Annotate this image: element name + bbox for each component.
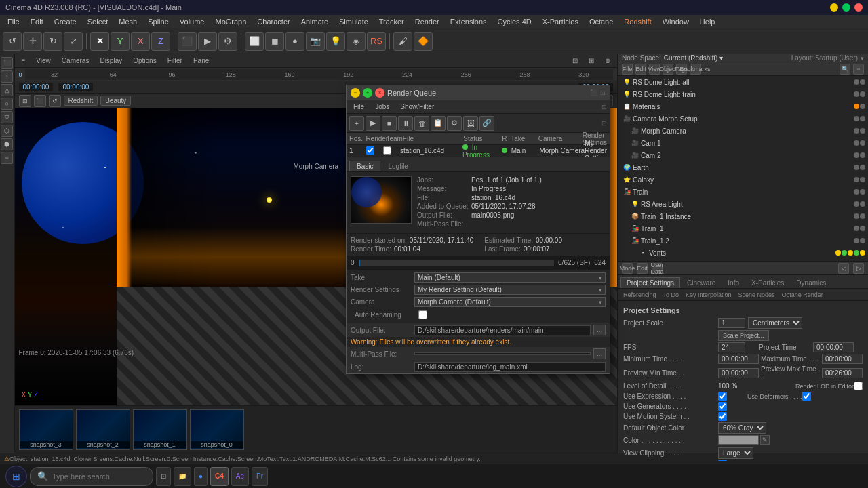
toolbar-btn-1[interactable]: ↺: [3, 32, 22, 51]
proj-tab-xparticles[interactable]: X-Particles: [746, 278, 789, 288]
obj-row-morph-camera[interactable]: 🎥 Morph Camera: [618, 125, 868, 137]
menu-xparticles[interactable]: X-Particles: [538, 16, 583, 27]
rq-multipass-browse[interactable]: …: [593, 348, 606, 359]
toolbar-z-move[interactable]: Z: [151, 32, 170, 51]
use-deformers-checkbox[interactable]: [802, 392, 811, 401]
windows-start-btn[interactable]: ⊞: [5, 466, 27, 487]
toolbar-select[interactable]: ✕: [90, 32, 109, 51]
min-time-input[interactable]: [718, 354, 759, 364]
proj-tab-cineware[interactable]: Cineware: [682, 278, 721, 288]
obj-row-cam1[interactable]: 🎥 Cam 1: [618, 137, 868, 149]
scale-project-button[interactable]: Scale Project...: [718, 330, 769, 341]
rq-team-check[interactable]: [383, 146, 391, 155]
project-scale-input[interactable]: [718, 318, 745, 328]
toolbar-scale[interactable]: ⤢: [64, 32, 83, 51]
obj-row-vents[interactable]: ▪ Vents: [618, 247, 868, 259]
rq-tb-pause[interactable]: ⏸: [398, 116, 413, 131]
menu-create[interactable]: Create: [50, 16, 81, 27]
rq-close-btn[interactable]: ×: [375, 88, 384, 98]
proj-mode-tab[interactable]: Mode: [622, 263, 633, 274]
toolbar-camera[interactable]: 📷: [306, 32, 325, 51]
toolbar-null[interactable]: ⬜: [245, 32, 264, 51]
toolbar-eff[interactable]: ◈: [347, 32, 366, 51]
proj-subtab-octane[interactable]: Octane Render: [779, 291, 826, 299]
toolbar-move[interactable]: ✛: [23, 32, 42, 51]
use-generators-checkbox[interactable]: [718, 402, 727, 411]
obj-row-earth[interactable]: 🌍 Earth: [618, 161, 868, 174]
menu-spline[interactable]: Spline: [143, 16, 174, 27]
toolbar-undo[interactable]: ⬛: [178, 32, 197, 51]
layout-dropdown[interactable]: ▾: [861, 55, 864, 62]
taskbar-ae[interactable]: Ae: [231, 467, 249, 486]
menu-mesh[interactable]: Mesh: [114, 16, 142, 27]
sec-icon-3[interactable]: ↺: [49, 95, 61, 107]
menu-animate[interactable]: Animate: [296, 16, 333, 27]
color-swatch[interactable]: [718, 435, 759, 445]
toolbar-paint[interactable]: 🖌: [393, 32, 412, 51]
obj-row-materials[interactable]: 📋 Materials: [618, 100, 868, 113]
obj-object-btn[interactable]: Object: [663, 64, 673, 75]
timeline-ruler-track[interactable]: 32 64 96 128 160 192 224 256 288 320: [25, 69, 613, 80]
proj-tab-dynamics[interactable]: Dynamics: [791, 278, 831, 288]
toolbar-settings[interactable]: ⚙: [218, 32, 237, 51]
rq-tb-render-img[interactable]: 🖼: [463, 116, 478, 131]
snapshot-3[interactable]: snapshot_3: [19, 409, 73, 450]
left-icon-3[interactable]: △: [1, 84, 13, 96]
sec-icon-1[interactable]: ⊡: [19, 95, 31, 107]
rq-menu-file[interactable]: File: [349, 102, 368, 111]
menu-select[interactable]: Select: [83, 16, 113, 27]
taskbar-taskview[interactable]: ⊡: [156, 467, 171, 486]
snapshot-0[interactable]: snapshot_0: [190, 409, 244, 450]
vc-fullscreen[interactable]: ⊡: [570, 57, 580, 64]
minimize-btn[interactable]: [830, 3, 838, 12]
obj-row-rs-dome-train[interactable]: 💡 RS Dome Light: train: [618, 88, 868, 100]
menu-window[interactable]: Window: [658, 16, 694, 27]
linear-workflow-checkbox[interactable]: [718, 460, 727, 461]
rq-rendersettings-select[interactable]: My Render Setting (Default) ▾: [414, 285, 606, 295]
use-motion-checkbox[interactable]: [718, 412, 727, 421]
taskbar-search[interactable]: 🔍: [30, 467, 153, 486]
menu-tracker[interactable]: Tracker: [374, 16, 409, 27]
menu-extensions[interactable]: Extensions: [446, 16, 492, 27]
project-time-input[interactable]: [813, 342, 854, 352]
view-clipping-select[interactable]: Large: [718, 447, 753, 459]
obj-file-btn[interactable]: File: [622, 64, 633, 75]
rq-tb-stop[interactable]: ■: [382, 116, 397, 131]
vc-zoom[interactable]: ⊕: [602, 57, 613, 64]
proj-tab-info[interactable]: Info: [722, 278, 745, 288]
left-icon-1[interactable]: ⬛: [1, 57, 13, 69]
toolbar-play[interactable]: ▶: [198, 32, 217, 51]
beauty-select[interactable]: Beauty: [100, 96, 131, 106]
use-expression-checkbox[interactable]: [718, 392, 727, 401]
max-time-input[interactable]: [822, 354, 863, 364]
proj-subtab-keyinterp[interactable]: Key Interpolation: [683, 291, 734, 299]
maximize-btn[interactable]: [842, 3, 850, 12]
auto-renaming-checkbox[interactable]: [418, 310, 427, 319]
fps-input[interactable]: [718, 342, 745, 352]
render-lod-checkbox[interactable]: [854, 382, 863, 390]
obj-bookmarks-btn[interactable]: Bookmarks: [690, 64, 701, 75]
rq-tb-settings[interactable]: ⚙: [447, 116, 462, 131]
obj-row-rs-dome-all[interactable]: 💡 RS Dome Light: all: [618, 76, 868, 88]
menu-edit[interactable]: Edit: [26, 16, 48, 27]
close-btn[interactable]: [854, 3, 863, 12]
obj-row-train1-inst[interactable]: 📦 Train_1 Instance: [618, 210, 868, 222]
rq-tb-network[interactable]: 🔗: [479, 116, 494, 131]
menu-volume[interactable]: Volume: [175, 16, 210, 27]
obj-row-train1[interactable]: 🚂 Train_1: [618, 222, 868, 235]
node-space-value[interactable]: Current (Redshift) ▾: [664, 54, 789, 62]
rq-camera-select[interactable]: Morph Camera (Default) ▾: [414, 297, 606, 307]
proj-subtab-nodes[interactable]: Scene Nodes: [736, 291, 778, 299]
vc-toggle[interactable]: ≡: [19, 57, 28, 64]
proj-subtab-todo[interactable]: To Do: [660, 291, 682, 299]
obj-view-btn[interactable]: View: [649, 64, 660, 75]
toolbar-rs[interactable]: RS: [367, 32, 386, 51]
menu-octane[interactable]: Octane: [585, 16, 618, 27]
toolbar-sculpt[interactable]: 🔶: [414, 32, 433, 51]
obj-row-rs-area[interactable]: 💡 RS Area Light: [618, 198, 868, 210]
rq-tb-play[interactable]: ▶: [366, 116, 380, 131]
toolbar-cube[interactable]: ◼: [265, 32, 284, 51]
toolbar-rotate[interactable]: ↻: [43, 32, 62, 51]
vc-panel[interactable]: Panel: [191, 57, 214, 64]
vc-options[interactable]: Options: [130, 57, 159, 64]
